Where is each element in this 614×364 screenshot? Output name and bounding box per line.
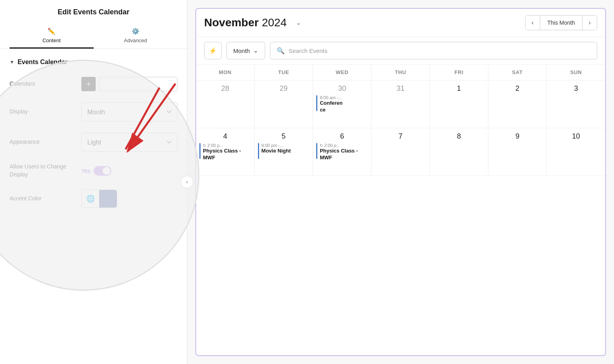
tab-content[interactable]: ✏️ Content — [10, 23, 94, 49]
calendars-input[interactable] — [99, 77, 177, 91]
day-cell-1[interactable]: 1 — [430, 80, 488, 128]
accent-color-label: Accent Color — [10, 195, 81, 203]
day-cell-30[interactable]: 30 8:00 am -... Conference — [313, 80, 372, 128]
event-movie-night[interactable]: 9:00 pm -... Movie Night — [258, 143, 310, 159]
calendar-year: 2024 — [262, 16, 287, 29]
event-name-conference: Conference — [320, 100, 368, 114]
display-control: Month Week Day List — [81, 102, 177, 121]
filter-button[interactable]: ⚡ — [204, 42, 222, 59]
view-label: Month — [233, 47, 250, 54]
display-select[interactable]: Month Week Day List — [81, 102, 177, 121]
day-cell-10[interactable]: 10 — [547, 128, 605, 176]
panel-title: Edit Events Calendar — [10, 8, 177, 23]
day-header-wed: WED — [313, 65, 372, 80]
event-physics-6[interactable]: ↻ 2:00 p... Physics Class - MWF — [316, 143, 368, 161]
event-name-physics-6: Physics Class - MWF — [320, 148, 368, 161]
day-number-5: 5 — [258, 132, 310, 141]
day-cell-8[interactable]: 8 — [430, 128, 488, 176]
day-header-tue: TUE — [255, 65, 313, 80]
add-calendar-button[interactable]: + — [81, 77, 96, 91]
day-number-31: 31 — [375, 84, 427, 93]
toggle-wrapper: Yes — [81, 166, 177, 176]
day-number-29: 29 — [258, 84, 310, 93]
search-box[interactable]: 🔍 Search Events — [270, 42, 597, 59]
toggle-knob — [102, 167, 110, 175]
this-month-button[interactable]: This Month — [540, 16, 583, 30]
search-placeholder: Search Events — [289, 47, 328, 54]
calendars-label: Calendars — [10, 80, 81, 88]
allow-change-toggle[interactable] — [94, 166, 111, 176]
collapse-panel-button[interactable]: ‹ — [181, 176, 193, 188]
accent-color-control: 🌐 — [81, 190, 177, 208]
allow-change-control: Yes — [81, 166, 177, 176]
next-month-button[interactable]: › — [583, 16, 597, 30]
event-time-5: 9:00 pm -... — [262, 143, 310, 148]
day-cell-7[interactable]: 7 — [372, 128, 430, 176]
day-cell-4[interactable]: 4 ↻ 2:00 p... Physics Class - MWF — [196, 128, 255, 176]
pencil-icon: ✏️ — [47, 27, 55, 35]
view-select[interactable]: Month ⌄ — [226, 42, 265, 59]
day-number-3: 3 — [550, 84, 602, 93]
event-content-5: 9:00 pm -... Movie Night — [262, 143, 310, 155]
tabs: ✏️ Content ⚙️ Advanced — [10, 23, 177, 49]
day-header-sun: SUN — [547, 65, 605, 80]
month-dropdown-chevron[interactable]: ⌄ — [296, 20, 301, 26]
appearance-row: Appearance Light Dark — [10, 133, 177, 152]
tab-advanced-label: Advanced — [124, 37, 147, 43]
calendars-row: Calendars + — [10, 77, 177, 91]
prev-month-button[interactable]: ‹ — [525, 16, 540, 30]
event-bar-4 — [199, 143, 201, 159]
calendar-month: November — [204, 16, 259, 29]
day-number-28: 28 — [199, 84, 251, 93]
toggle-yes-label: Yes — [81, 168, 91, 174]
calendar-widget: November 2024 ⌄ ‹ This Month › ⚡ Month ⌄… — [195, 8, 606, 356]
event-physics-4[interactable]: ↻ 2:00 p... Physics Class - MWF — [199, 143, 251, 161]
day-cell-9[interactable]: 9 — [488, 128, 547, 176]
right-panel: November 2024 ⌄ ‹ This Month › ⚡ Month ⌄… — [187, 0, 614, 364]
day-cell-5[interactable]: 5 9:00 pm -... Movie Night — [255, 128, 313, 176]
day-number-4: 4 — [199, 132, 251, 141]
day-number-7: 7 — [375, 132, 427, 141]
day-cell-28[interactable]: 28 — [196, 80, 255, 128]
display-label: Display — [10, 108, 81, 116]
allow-change-row: Allow Users to Change Display Yes — [10, 163, 177, 178]
day-cell-3[interactable]: 3 — [547, 80, 605, 128]
calendar-day-headers: MON TUE WED THU FRI SAT SUN — [196, 65, 605, 80]
section-heading: ▼ Events Calendar — [10, 59, 177, 66]
left-panel: Edit Events Calendar ✏️ Content ⚙️ Advan… — [0, 0, 187, 364]
event-time-4: ↻ 2:00 p... — [203, 143, 251, 148]
globe-icon[interactable]: 🌐 — [82, 190, 99, 207]
day-cell-6[interactable]: 6 ↻ 2:00 p... Physics Class - MWF — [313, 128, 372, 176]
accent-color-swatch[interactable] — [99, 190, 117, 207]
allow-change-label: Allow Users to Change Display — [10, 163, 81, 178]
day-number-2: 2 — [492, 84, 543, 93]
day-header-fri: FRI — [430, 65, 488, 80]
display-row: Display Month Week Day List — [10, 102, 177, 121]
calendar-month-year: November 2024 — [204, 16, 287, 29]
day-number-10: 10 — [550, 132, 602, 141]
event-conference[interactable]: 8:00 am -... Conference — [316, 95, 368, 114]
day-number-6: 6 — [316, 132, 368, 141]
appearance-select[interactable]: Light Dark — [81, 133, 177, 152]
filter-icon: ⚡ — [209, 47, 217, 55]
event-name-physics-4: Physics Class - MWF — [203, 148, 251, 161]
day-header-mon: MON — [196, 65, 255, 80]
day-cell-31[interactable]: 31 — [372, 80, 430, 128]
event-bar-6 — [316, 143, 317, 159]
day-number-30: 30 — [316, 84, 368, 93]
event-content-6: ↻ 2:00 p... Physics Class - MWF — [320, 143, 368, 161]
day-cell-2[interactable]: 2 — [488, 80, 547, 128]
calendar-week-1: 28 29 30 8:00 am -... Conference 31 — [196, 80, 605, 128]
day-cell-29[interactable]: 29 — [255, 80, 313, 128]
panel-body: ▼ Events Calendar Calendars + Display Mo… — [0, 49, 187, 229]
event-content: 8:00 am -... Conference — [320, 95, 368, 114]
day-number-9: 9 — [492, 132, 543, 141]
event-name-movie-night: Movie Night — [262, 148, 310, 155]
day-header-thu: THU — [372, 65, 430, 80]
event-time: 8:00 am -... — [320, 95, 368, 100]
day-header-sat: SAT — [488, 65, 547, 80]
view-chevron-icon: ⌄ — [253, 47, 258, 54]
accent-control: 🌐 — [81, 190, 117, 208]
tab-advanced[interactable]: ⚙️ Advanced — [94, 23, 178, 49]
event-content-4: ↻ 2:00 p... Physics Class - MWF — [203, 143, 251, 161]
